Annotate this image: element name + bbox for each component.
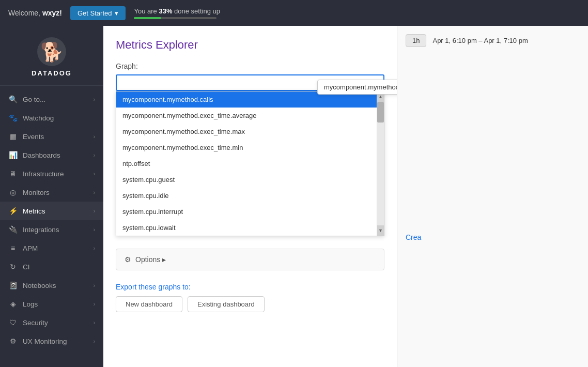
scrollbar-track xyxy=(377,102,384,225)
autocomplete-tooltip: mycomponent.mymethod.calls xyxy=(317,80,397,95)
content-area: Metrics Explorer Graph: mycomponent.myme… xyxy=(103,26,397,367)
watchdog-nav-icon: 🐾 xyxy=(8,113,18,123)
sidebar-item-label-metrics: Metrics xyxy=(23,207,45,215)
chevron-right-icon: › xyxy=(94,301,95,307)
welcome-text: Welcome, wxyz! xyxy=(8,9,62,17)
sidebar-item-watchdog[interactable]: 🐾Watchdog xyxy=(0,109,103,127)
autocomplete-item[interactable]: system.cpu.interrupt xyxy=(116,204,377,220)
ux-monitoring-nav-icon: ⚙ xyxy=(8,337,18,346)
chevron-right-icon: › xyxy=(94,227,95,233)
sidebar-item-label-notebooks: Notebooks xyxy=(23,282,56,289)
new-dashboard-button[interactable]: New dashboard xyxy=(116,296,182,312)
progress-text: You are 33% done setting up xyxy=(134,7,220,15)
autocomplete-item[interactable]: mycomponent.mymethod.exec_time.max xyxy=(116,124,377,140)
sidebar-item-security[interactable]: 🛡Security› xyxy=(0,313,103,332)
autocomplete-wrapper: mycomponent.mymethod.callsmycomponent.my… xyxy=(116,74,384,236)
infrastructure-nav-icon: 🖥 xyxy=(8,169,18,178)
ci-nav-icon: ↻ xyxy=(8,262,18,271)
datadog-logo-icon: 🐕 xyxy=(36,36,67,67)
sidebar-nav: 🔍Go to...›🐾Watchdog▦Events›📊Dashboards›🖥… xyxy=(0,86,103,355)
scrollbar-down-btn[interactable]: ▼ xyxy=(377,225,384,236)
autocomplete-scrollbar[interactable]: ▲ ▼ xyxy=(377,91,384,236)
chevron-right-icon: › xyxy=(94,152,95,158)
autocomplete-dropdown: mycomponent.mymethod.callsmycomponent.my… xyxy=(116,91,384,236)
sidebar-item-events[interactable]: ▦Events› xyxy=(0,127,103,146)
sidebar-item-label-monitors: Monitors xyxy=(23,189,50,196)
progress-bar-background xyxy=(134,17,216,19)
autocomplete-item[interactable]: ntp.offset xyxy=(116,156,377,172)
chevron-right-icon: › xyxy=(94,190,95,195)
sidebar-logo: 🐕 DATADOG xyxy=(0,26,103,86)
svg-text:🐕: 🐕 xyxy=(40,41,64,63)
sidebar-item-label-watchdog: Watchdog xyxy=(23,114,54,122)
gear-icon: ⚙ xyxy=(125,255,131,264)
sidebar-item-label-infrastructure: Infrastructure xyxy=(23,170,64,178)
export-label: Export these graphs to: xyxy=(116,283,384,291)
sidebar-item-ci[interactable]: ↻CI xyxy=(0,257,103,276)
goto-nav-icon: 🔍 xyxy=(8,95,18,104)
export-section: Export these graphs to: New dashboard Ex… xyxy=(116,283,384,312)
topbar: Welcome, wxyz! Get Started ▾ You are 33%… xyxy=(0,0,588,26)
dashboards-nav-icon: 📊 xyxy=(8,150,18,160)
time-range-bar: 1h Apr 1, 6:10 pm – Apr 1, 7:10 pm xyxy=(406,34,580,47)
logo-text: DATADOG xyxy=(32,69,72,77)
time-range-text: Apr 1, 6:10 pm – Apr 1, 7:10 pm xyxy=(432,37,528,44)
create-text[interactable]: Crea xyxy=(406,233,580,241)
sidebar-item-label-ux-monitoring: UX Monitoring xyxy=(23,338,67,345)
chevron-down-icon: ▾ xyxy=(115,9,118,17)
events-nav-icon: ▦ xyxy=(8,132,18,141)
main-layout: 🐕 DATADOG 🔍Go to...›🐾Watchdog▦Events›📊Da… xyxy=(0,26,588,367)
autocomplete-item[interactable]: mycomponent.mymethod.exec_time.min xyxy=(116,140,377,156)
autocomplete-item[interactable]: system.cpu.guest xyxy=(116,172,377,188)
existing-dashboard-button[interactable]: Existing dashboard xyxy=(188,296,265,312)
chevron-right-icon: › xyxy=(94,320,95,326)
sidebar-item-apm[interactable]: ≡APM› xyxy=(0,239,103,257)
export-buttons: New dashboard Existing dashboard xyxy=(116,296,384,312)
chevron-right-icon: › xyxy=(94,171,95,177)
monitors-nav-icon: ◎ xyxy=(8,188,18,197)
integrations-nav-icon: 🔌 xyxy=(8,225,18,234)
graph-label: Graph: xyxy=(116,62,384,70)
get-started-button[interactable]: Get Started ▾ xyxy=(70,6,126,20)
sidebar-item-label-integrations: Integrations xyxy=(23,226,59,234)
chevron-right-icon: › xyxy=(94,246,95,251)
sidebar-item-ux-monitoring[interactable]: ⚙UX Monitoring› xyxy=(0,332,103,350)
sidebar-item-label-dashboards: Dashboards xyxy=(23,151,60,159)
sidebar-item-dashboards[interactable]: 📊Dashboards› xyxy=(0,146,103,164)
autocomplete-item[interactable]: mycomponent.mymethod.exec_time.average xyxy=(116,108,377,124)
security-nav-icon: 🛡 xyxy=(8,318,18,327)
chevron-right-icon: › xyxy=(94,134,95,140)
options-toggle[interactable]: ⚙ Options ▸ xyxy=(125,255,376,264)
sidebar-item-label-events: Events xyxy=(23,133,44,141)
sidebar-item-monitors[interactable]: ◎Monitors› xyxy=(0,183,103,202)
sidebar-item-label-apm: APM xyxy=(23,244,38,252)
time-1h-button[interactable]: 1h xyxy=(406,34,426,47)
progress-bar-fill xyxy=(134,17,161,19)
sidebar-item-label-ci: CI xyxy=(23,263,30,271)
sidebar-item-goto[interactable]: 🔍Go to...› xyxy=(0,90,103,109)
sidebar-item-label-security: Security xyxy=(23,319,48,327)
autocomplete-item[interactable]: system.cpu.iowait xyxy=(116,220,377,236)
options-section: ⚙ Options ▸ xyxy=(116,249,384,270)
apm-nav-icon: ≡ xyxy=(8,243,18,253)
chevron-right-icon: › xyxy=(94,97,95,102)
sidebar-item-label-goto: Go to... xyxy=(23,96,45,103)
progress-area: You are 33% done setting up xyxy=(134,7,220,19)
chevron-right-icon: › xyxy=(94,208,95,214)
notebooks-nav-icon: 📓 xyxy=(8,281,18,290)
sidebar-item-metrics[interactable]: ⚡Metrics› xyxy=(0,202,103,220)
sidebar-item-notebooks[interactable]: 📓Notebooks› xyxy=(0,276,103,295)
sidebar-item-label-logs: Logs xyxy=(23,300,38,308)
chevron-right-icon: › xyxy=(94,339,95,344)
sidebar-item-integrations[interactable]: 🔌Integrations› xyxy=(0,220,103,239)
scrollbar-thumb[interactable] xyxy=(377,102,384,123)
page-title: Metrics Explorer xyxy=(116,38,384,52)
chevron-right-icon: › xyxy=(94,283,95,288)
sidebar: 🐕 DATADOG 🔍Go to...›🐾Watchdog▦Events›📊Da… xyxy=(0,26,103,367)
right-panel: 1h Apr 1, 6:10 pm – Apr 1, 7:10 pm Crea xyxy=(397,26,588,367)
sidebar-item-infrastructure[interactable]: 🖥Infrastructure› xyxy=(0,164,103,183)
sidebar-item-logs[interactable]: ◈Logs› xyxy=(0,295,103,313)
autocomplete-item[interactable]: system.cpu.idle xyxy=(116,188,377,204)
logs-nav-icon: ◈ xyxy=(8,299,18,309)
metrics-nav-icon: ⚡ xyxy=(8,206,18,216)
